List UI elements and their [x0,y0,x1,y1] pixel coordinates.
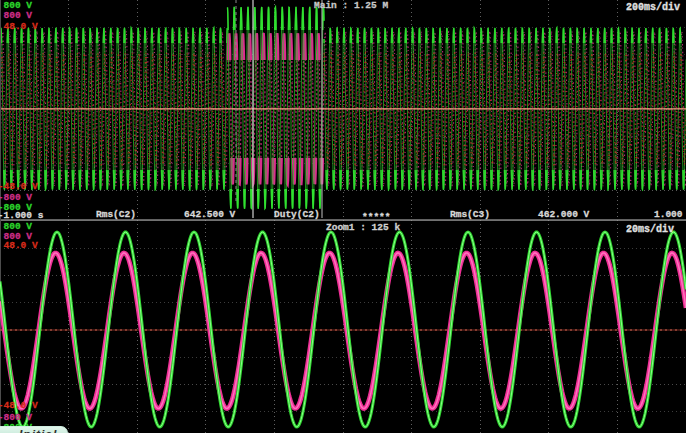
svg-text:*****: ***** [362,212,391,223]
svg-text:-1.000 s: -1.000 s [0,210,44,221]
svg-text:-48.0 V: -48.0 V [0,400,38,411]
svg-text:20ms/div: 20ms/div [626,224,674,235]
svg-text:48.0 V: 48.0 V [4,21,39,32]
svg-text:462.000 V: 462.000 V [538,209,590,220]
svg-text:200ms/div: 200ms/div [626,2,680,13]
svg-text:800 V: 800 V [4,10,33,21]
svg-text:642.500 V: 642.500 V [184,209,236,220]
svg-text:1.000: 1.000 [654,209,683,220]
svg-text:-48.0 V: -48.0 V [0,181,38,192]
svg-text:48.0 V: 48.0 V [4,240,39,251]
svg-text:Main : 1.25 M: Main : 1.25 M [314,0,388,11]
svg-text:-800 V: -800 V [0,192,32,203]
svg-text:Zoom1 : 125 k: Zoom1 : 125 k [326,222,400,233]
svg-text:Rms(C3): Rms(C3) [450,209,490,220]
svg-text:Rms(C2): Rms(C2) [96,209,136,220]
svg-text:Duty(C2): Duty(C2) [274,209,320,220]
